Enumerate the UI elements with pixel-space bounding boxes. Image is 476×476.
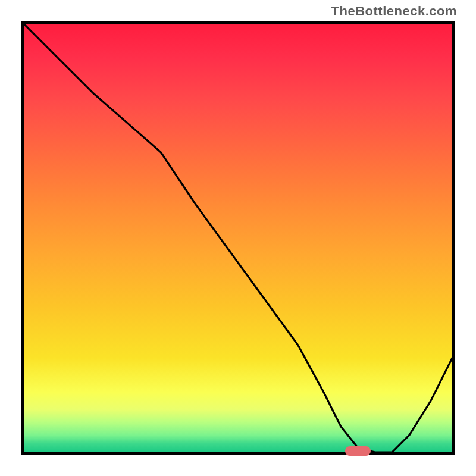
chart-container: TheBottleneck.com (0, 0, 476, 476)
bottleneck-curve (24, 24, 452, 452)
watermark-text: TheBottleneck.com (331, 4, 457, 19)
optimal-marker (345, 446, 371, 456)
plot-area (21, 21, 455, 455)
